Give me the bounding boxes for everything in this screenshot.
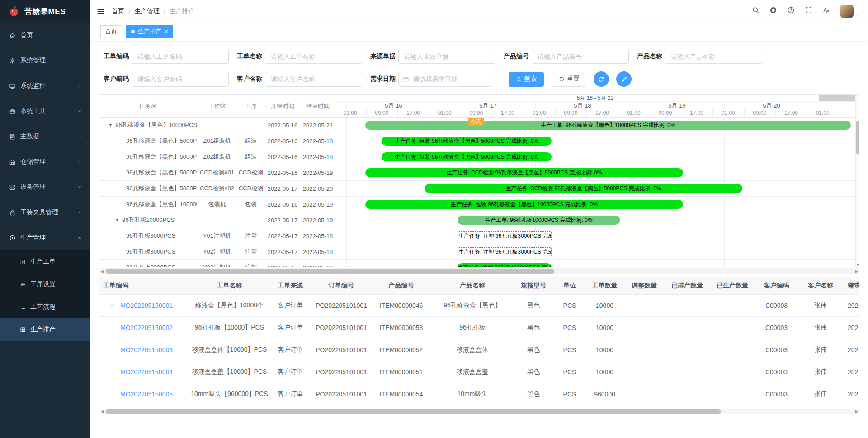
sidebar-item-production-schedule[interactable]: 生产排产 (0, 318, 90, 341)
hour-separator (555, 109, 556, 117)
sidebar-item-system-mgmt[interactable]: 系统管理 (0, 48, 90, 73)
orders-column-header: 已生产数量 (710, 277, 755, 294)
gantt-task-process-cell: 注塑 (237, 264, 264, 267)
order-cell-item-no: ITEM00000054 (371, 383, 432, 405)
scroll-right-arrow-icon[interactable]: ▶ (855, 409, 858, 414)
row-expand-icon[interactable] (108, 302, 114, 309)
gantt-task-row[interactable]: ▼96孔孔板10000PCS2022-05-172022-05-19 (99, 212, 335, 228)
gantt-bar-work-order[interactable]: 生产工单: 96孔孔板10000PCS 完成比例: 0% (458, 216, 620, 225)
gantt-bar-task-editing[interactable]: 生产任务: 注塑 96孔孔板3000PCS 完成比例: 0% (458, 231, 552, 240)
order-cell-unit: PCS (554, 383, 585, 405)
orders-horizontal-scrollbar-thumb[interactable] (106, 409, 721, 414)
app-logo[interactable]: 苦糖果MES (0, 0, 90, 23)
order-code-link[interactable]: MO202205150002 (120, 324, 173, 331)
gantt-vertical-scrollbar-thumb[interactable] (856, 121, 859, 154)
order-cell-code: MO202205150001 (99, 294, 190, 316)
tab-home[interactable]: 首页 (100, 25, 122, 38)
sync-schedule-button[interactable] (594, 71, 609, 87)
navbar-fullscreen-button[interactable] (805, 6, 812, 16)
order-code-link[interactable]: MO202205150004 (120, 368, 173, 376)
filter-input-wrap (265, 49, 362, 64)
product-code-input[interactable] (532, 49, 629, 64)
device-icon (9, 184, 16, 191)
filter-work-order-name: 工单名称 (237, 49, 362, 64)
user-avatar[interactable] (840, 5, 860, 18)
sidebar-item-system-tools[interactable]: 系统工具 (0, 99, 90, 124)
search-button[interactable]: 搜索 (509, 72, 544, 87)
gantt-bar-task[interactable]: 生产任务: CCD检测 96孔移液盒【黑色】5000PCS 完成比例: 0% (425, 184, 742, 193)
top-navbar: 首页/生产管理/生产排产 (90, 0, 868, 23)
work-order-name-input[interactable] (265, 49, 362, 64)
sidebar-item-master-data[interactable]: 主数据 (0, 124, 90, 149)
gantt-task-row[interactable]: ▼96孔移液盒【黑色】10000PCS2022-05-162022-05-21 (99, 118, 335, 133)
order-code-link[interactable]: MO202205150001 (120, 302, 173, 309)
product-name-input[interactable] (665, 49, 762, 64)
gantt-task-row[interactable]: 96孔移液盒【黑色】5000PCSZ01组装机组装2022-05-162022-… (99, 133, 335, 149)
customer-name-input[interactable] (265, 72, 362, 87)
sidebar-item-process-flow[interactable]: 工艺流程 (0, 296, 90, 318)
today-line (476, 118, 476, 267)
order-cell-order-no: PO202205101001 (312, 294, 371, 316)
sidebar-item-fixture-mgmt[interactable]: 工装夹具管理 (0, 200, 90, 225)
task-expand-caret-icon[interactable]: ▼ (115, 218, 119, 222)
order-code-link[interactable]: MO202205150003 (120, 346, 173, 353)
gantt-task-row[interactable]: 96孔孔板3000PCSY03注塑机注塑2022-05-172022-05-18 (99, 260, 335, 267)
gantt-horizontal-scrollbar[interactable]: ◀ ▶ (99, 268, 859, 274)
gantt-task-row[interactable]: 96孔孔板3000PCSY01注塑机注塑2022-05-172022-05-18 (99, 228, 335, 244)
sidebar-item-label: 首页 (20, 31, 82, 39)
gantt-task-row[interactable]: 96孔孔板3000PCSY02注塑机注塑2022-05-172022-05-18 (99, 244, 335, 260)
gantt-task-end-cell: 2022-05-19 (301, 217, 335, 224)
sidebar-item-equipment-mgmt[interactable]: 设备管理 (0, 174, 90, 200)
sidebar-item-warehouse-mgmt[interactable]: 仓储管理 (0, 149, 90, 174)
gear-icon (9, 57, 16, 64)
gantt-bar-work-order[interactable]: 生产工单: 96孔移液盒【黑色】10000PCS 完成比例: 0% (365, 121, 851, 130)
edit-schedule-button[interactable] (616, 71, 632, 87)
order-cell-name: 96孔孔板【10000】PCS (190, 316, 269, 339)
orders-horizontal-scrollbar[interactable]: ◀ ▶ (99, 409, 859, 414)
scroll-left-arrow-icon[interactable]: ◀ (101, 409, 104, 414)
sidebar-item-production-mgmt[interactable]: 生产管理 (0, 225, 90, 250)
filter-row: 客户编码客户名称需求日期搜索重置 (104, 71, 868, 87)
sidebar-item-home[interactable]: 首页 (0, 23, 90, 48)
gantt-vertical-scrollbar[interactable]: ▼ (855, 95, 859, 267)
navbar-font-size-button[interactable] (822, 6, 830, 16)
order-code-link[interactable]: MO202205150005 (120, 391, 173, 398)
scroll-left-arrow-icon[interactable]: ◀ (101, 268, 104, 274)
gantt-horizontal-scrollbar-thumb[interactable] (106, 269, 554, 274)
reset-button[interactable]: 重置 (552, 72, 586, 87)
app-title: 苦糖果MES (24, 6, 66, 17)
task-expand-caret-icon[interactable]: ▼ (108, 123, 113, 127)
tab-close-icon[interactable]: × (165, 28, 168, 35)
navbar-help-button[interactable] (787, 6, 795, 16)
gantt-task-row[interactable]: 96孔移液盒【黑色】5000PCSCCD检测#02CCD检测2022-05-17… (99, 181, 335, 197)
gantt-bar-task[interactable]: 生产任务: 包装 96孔移液盒【黑色】10000PCS 完成比例: 0% (365, 200, 683, 209)
orders-header-row: 工单编码工单名称工单来源订单编号产品编号产品名称规格型号单位工单数量调整数量已排… (99, 277, 859, 294)
source-doc-input[interactable] (398, 49, 495, 64)
gantt-bar-task[interactable]: 生产任务: CCD检测 96孔移液盒【黑色】5000PCS 完成比例: 0% (365, 168, 683, 177)
navbar-github-button[interactable] (769, 6, 777, 16)
breadcrumb-item[interactable]: 首页 (112, 7, 124, 15)
breadcrumb-item[interactable]: 生产管理 (134, 7, 160, 15)
gantt-task-row[interactable]: 96孔移液盒【黑色】10000PCS包装机包装2022-05-162022-05… (99, 197, 335, 212)
order-cell-order-no: PO202205101001 (312, 361, 371, 383)
sidebar-item-process-settings[interactable]: 工序设置 (0, 273, 90, 296)
gantt-bar-task-editing[interactable]: 生产任务: 注塑 96孔孔板3000PCS 完成比例: 0% (458, 247, 552, 256)
customer-code-input[interactable] (132, 72, 229, 87)
gantt-bar-task[interactable]: 生产任务: 注塑 96孔孔板3000PCS 完成比例: 0% (458, 263, 552, 267)
sidebar-item-system-monitor[interactable]: 系统监控 (0, 73, 90, 99)
gantt-task-row[interactable]: 96孔移液盒【黑色】5000PCSZ02组装机组装2022-05-162022-… (99, 149, 335, 165)
sidebar-toggle-icon[interactable] (97, 8, 104, 15)
scroll-down-arrow-icon[interactable]: ▼ (856, 264, 860, 267)
tab-production-schedule[interactable]: 生产排产× (126, 25, 173, 38)
work-order-code-input[interactable] (132, 49, 229, 64)
navbar-search-button[interactable] (752, 6, 760, 16)
timeline-hour-label: 09:00 (371, 109, 392, 117)
task-name-label: 96孔移液盒【黑色】10000PCS (126, 200, 197, 208)
sidebar-item-production-work-order[interactable]: 生产工单 (0, 250, 90, 273)
gantt-task-row[interactable]: 96孔移液盒【黑色】5000PCSCCD检测#01CCD检测2022-05-16… (99, 165, 335, 181)
demand-date-input[interactable] (398, 72, 492, 87)
scroll-right-arrow-icon[interactable]: ▶ (855, 268, 858, 274)
gantt-bar-task[interactable]: 生产任务: 组装 96孔移液盒【黑色】5000PCS 完成比例: 0% (382, 152, 552, 161)
gantt-bar-task[interactable]: 生产任务: 组装 96孔移液盒【黑色】5000PCS 完成比例: 0% (382, 137, 552, 146)
timeline-hour-label: 09:00 (465, 109, 487, 117)
